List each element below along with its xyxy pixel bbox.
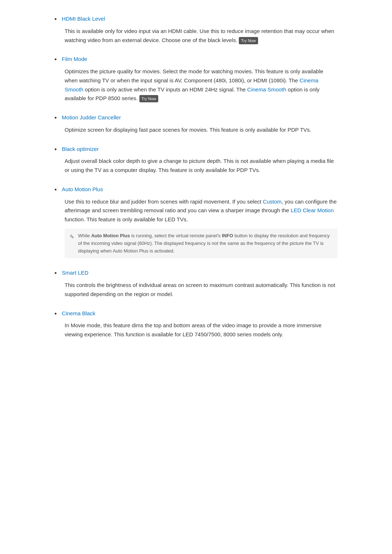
section-body-motion-judder-canceller: Optimize screen for displaying fast pace… — [65, 126, 338, 135]
bullet-row-black-optimizer: •Black optimizer — [54, 145, 338, 155]
bullet-row-hdmi-black-level: •HDMI Black Level — [54, 15, 338, 25]
body-text-black-optimizer: Adjust overall black color depth to give… — [65, 157, 338, 175]
body-text-auto-motion-plus: Use this to reduce blur and judder from … — [65, 197, 338, 224]
section-title-motion-judder-canceller[interactable]: Motion Judder Canceller — [62, 113, 121, 122]
section-title-film-mode[interactable]: Film Mode — [62, 55, 87, 63]
section-title-cinema-black[interactable]: Cinema Black — [62, 309, 95, 318]
section-film-mode: •Film ModeOptimizes the picture quality … — [54, 55, 338, 103]
body-text-film-mode: Optimizes the picture quality for movies… — [65, 67, 338, 103]
note-text-auto-motion-plus: While Auto Motion Plus is running, selec… — [78, 232, 332, 255]
section-body-black-optimizer: Adjust overall black color depth to give… — [65, 157, 338, 175]
page-container: •HDMI Black LevelThis is available only … — [33, 0, 359, 371]
section-body-film-mode: Optimizes the picture quality for movies… — [65, 67, 338, 103]
body-text-smart-led: This controls the brightness of individu… — [65, 281, 338, 299]
section-body-auto-motion-plus: Use this to reduce blur and judder from … — [65, 197, 338, 259]
section-body-cinema-black: In Movie mode, this feature dims the top… — [65, 321, 338, 339]
try-now-badge-hdmi-black-level[interactable]: Try Now — [239, 37, 258, 44]
section-body-smart-led: This controls the brightness of individu… — [65, 281, 338, 299]
section-title-hdmi-black-level[interactable]: HDMI Black Level — [62, 15, 105, 23]
bullet-dot: • — [54, 54, 57, 65]
link-cinema-smooth[interactable]: Cinema Smooth — [247, 86, 286, 93]
note-bold-info: INFO — [222, 233, 233, 238]
section-hdmi-black-level: •HDMI Black LevelThis is available only … — [54, 15, 338, 45]
section-title-black-optimizer[interactable]: Black optimizer — [62, 145, 99, 153]
bullet-dot: • — [54, 113, 57, 123]
bullet-row-film-mode: •Film Mode — [54, 55, 338, 65]
section-title-smart-led[interactable]: Smart LED — [62, 268, 88, 277]
bullet-row-smart-led: •Smart LED — [54, 268, 338, 279]
bullet-row-cinema-black: •Cinema Black — [54, 309, 338, 319]
try-now-badge-film-mode[interactable]: Try Now — [139, 95, 159, 102]
bullet-dot: • — [54, 309, 57, 319]
link-custom[interactable]: Custom — [263, 198, 282, 205]
body-text-motion-judder-canceller: Optimize screen for displaying fast pace… — [65, 126, 338, 135]
section-body-hdmi-black-level: This is available only for video input v… — [65, 27, 338, 45]
bullet-dot: • — [54, 268, 57, 279]
section-black-optimizer: •Black optimizerAdjust overall black col… — [54, 145, 338, 175]
body-text-hdmi-black-level: This is available only for video input v… — [65, 27, 338, 45]
section-smart-led: •Smart LEDThis controls the brightness o… — [54, 268, 338, 299]
bullet-dot: • — [54, 185, 57, 195]
body-text-cinema-black: In Movie mode, this feature dims the top… — [65, 321, 338, 339]
bullet-row-motion-judder-canceller: •Motion Judder Canceller — [54, 113, 338, 123]
section-title-auto-motion-plus[interactable]: Auto Motion Plus — [62, 185, 103, 194]
section-motion-judder-canceller: •Motion Judder CancellerOptimize screen … — [54, 113, 338, 135]
note-box-auto-motion-plus: ✎While Auto Motion Plus is running, sele… — [65, 229, 338, 258]
bullet-dot: • — [54, 144, 57, 155]
bullet-row-auto-motion-plus: •Auto Motion Plus — [54, 185, 338, 195]
section-cinema-black: •Cinema BlackIn Movie mode, this feature… — [54, 309, 338, 339]
note-bold-auto-motion-plus: Auto Motion Plus — [91, 233, 130, 238]
link-led-clear-motion[interactable]: LED Clear Motion — [291, 207, 334, 213]
bullet-dot: • — [54, 14, 57, 25]
pencil-icon: ✎ — [70, 233, 74, 242]
section-auto-motion-plus: •Auto Motion PlusUse this to reduce blur… — [54, 185, 338, 258]
